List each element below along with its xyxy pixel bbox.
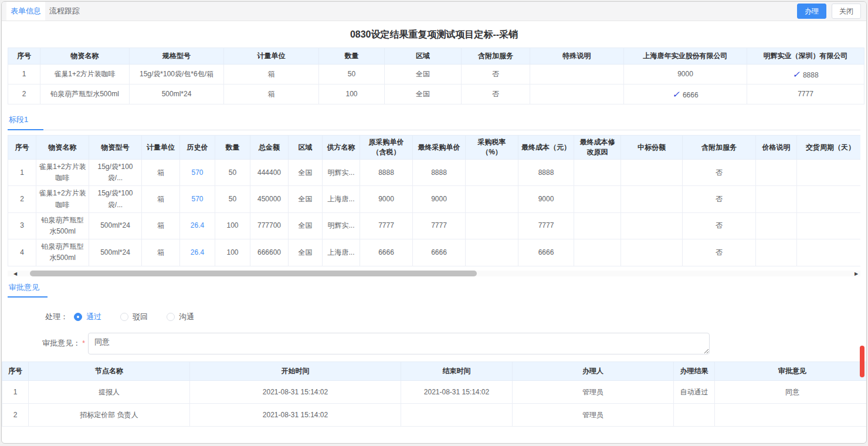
tab-bid-section-1[interactable]: 标段1 [8,113,43,130]
vertical-scrollbar-thumb[interactable] [860,346,864,377]
approval-comment-input[interactable]: 同意 [88,333,710,354]
table-cell: 100 [215,239,250,266]
history-price-link[interactable]: 26.4 [191,221,204,229]
table-cell: 提报人 [29,381,190,404]
table-cell: 雀巢1+2方片装咖啡 [36,160,89,186]
table-row: 2招标定价部 负责人2021-08-31 15:14:02管理员 [2,404,867,427]
detail-table-header-row: 序号物资名称物资型号计量单位历史价数量总金额区域供方名称原采购单价（含税）最终采… [8,136,861,160]
column-header: 最终成本（元） [518,136,574,160]
radio-label: 沟通 [179,312,194,322]
table-row: 2雀巢1+2方片装咖啡15g/袋*100袋/...箱57050450000全国上… [8,186,861,212]
column-header: 历史价 [180,136,215,160]
history-price-link[interactable]: 26.4 [191,248,204,256]
table-cell: 8888 [413,160,466,186]
table-cell: 明辉实... [323,212,360,239]
table-cell: 同意 [715,381,867,404]
table-cell [674,404,715,427]
selected-check-icon: ✓ [792,69,800,79]
table-cell [466,186,518,212]
table-cell: 9000 [360,186,413,212]
column-header: 明辉实业（深圳）有限公司 [747,48,864,65]
column-header: 供方名称 [323,136,360,160]
detail-table: 序号物资名称物资型号计量单位历史价数量总金额区域供方名称原采购单价（含税）最终采… [8,135,860,266]
column-header: 序号 [8,48,40,65]
table-row: 4铂泉葫芦瓶型水500ml500ml*24箱26.4100666600全国上海唐… [8,239,861,266]
table-cell: 否 [683,239,756,266]
table-cell: 8888 [360,160,413,186]
column-header: 结束时间 [401,362,513,381]
column-header: 中标份额 [621,136,683,160]
table-cell: 全国 [289,239,323,266]
table-cell [756,186,797,212]
column-header: 最终成本修改原因 [574,136,621,160]
table-cell: 雀巢1+2方片装咖啡 [40,65,130,85]
handle-label: 处理： [45,312,68,322]
approval-comment-row: 审批意见：* 同意 [8,333,860,354]
radio-option-pass[interactable]: 通过 [74,312,101,322]
table-cell: 26.4 [180,212,215,239]
table-cell: 2021-08-31 15:14:02 [190,381,401,404]
horizontal-scrollbar[interactable]: ◀ ▶ [8,271,860,276]
tab-process-tracking[interactable]: 流程跟踪 [45,2,84,21]
tab-form-info[interactable]: 表单信息 [6,2,45,21]
column-header: 区域 [289,136,323,160]
horizontal-scrollbar-thumb[interactable] [30,271,477,276]
table-cell: 100 [319,85,385,104]
quote-table-header-row: 序号物资名称规格型号计量单位数量区域含附加服务特殊说明上海唐年实业股份有限公司明… [8,48,864,65]
table-cell [466,239,518,266]
table-cell [621,239,683,266]
column-header: 审批意见 [715,362,867,381]
table-cell: 500ml*24 [130,85,224,104]
table-cell: 7777 [518,212,574,239]
table-cell: 否 [683,212,756,239]
history-price-link[interactable]: 570 [191,195,203,203]
top-tabbar: 表单信息 流程跟踪 办理 关闭 [2,2,866,21]
table-cell [715,404,867,427]
table-cell: 450000 [250,186,289,212]
table-cell [797,186,861,212]
table-cell: 6666 [518,239,574,266]
table-cell [530,65,624,85]
history-price-link[interactable]: 570 [191,168,203,177]
table-cell: 15g/袋*100袋/... [89,186,142,212]
table-row: 1提报人2021-08-31 15:14:022021-08-31 15:14:… [2,381,867,404]
table-cell [621,212,683,239]
radio-unselected-icon [167,313,175,321]
table-cell: 7777 [360,212,413,239]
column-header: 采购税率（%） [466,136,518,160]
table-cell: 2 [2,404,29,427]
table-cell: 8888 [518,160,574,186]
table-cell: 否 [462,65,530,85]
table-cell: 15g/袋*100袋/包*6包/箱 [130,65,224,85]
table-cell: 1 [8,160,36,186]
close-button[interactable]: 关闭 [832,4,861,19]
column-header: 含附加服务 [462,48,530,65]
page-title: 0830设定结果重复项测试项目定标--采销 [8,29,860,41]
radio-option-communicate[interactable]: 沟通 [167,312,194,322]
table-cell: 全国 [289,212,323,239]
table-row: 1雀巢1+2方片装咖啡15g/袋*100袋/包*6包/箱箱50全国否9000✓8… [8,65,864,85]
handle-button[interactable]: 办理 [797,4,826,19]
table-cell: 上海唐... [323,186,360,212]
scroll-right-arrow-icon[interactable]: ▶ [852,271,860,276]
table-cell: 9000 [624,65,747,85]
table-cell: 全国 [289,186,323,212]
radio-option-reject[interactable]: 驳回 [120,312,148,322]
table-cell: 否 [462,85,530,104]
history-table-header-row: 序号节点名称开始时间结束时间办理人办理结果审批意见 [2,362,867,381]
table-cell: 否 [683,186,756,212]
table-cell: 招标定价部 负责人 [29,404,190,427]
table-cell: 箱 [142,212,180,239]
table-cell: 50 [319,65,385,85]
scroll-left-arrow-icon[interactable]: ◀ [11,271,19,276]
table-cell: 管理员 [513,404,674,427]
table-cell: 全国 [385,65,462,85]
table-cell: 570 [180,186,215,212]
handle-radio-row: 处理： 通过 驳回 沟通 [45,312,860,322]
table-cell: ✓6666 [624,85,747,104]
table-cell: 3 [8,212,36,239]
table-cell [574,186,621,212]
radio-unselected-icon [120,313,128,321]
table-row: 1雀巢1+2方片装咖啡15g/袋*100袋/...箱57050444400全国明… [8,160,861,186]
table-cell [621,160,683,186]
